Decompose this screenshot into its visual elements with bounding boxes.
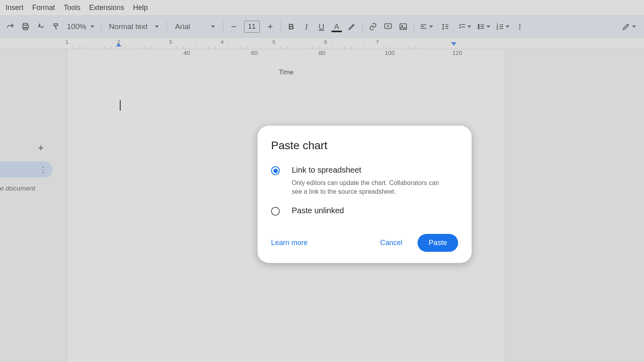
option-link-label: Link to spreadsheet [292, 165, 451, 175]
paste-chart-dialog: Paste chart Link to spreadsheet Only edi… [258, 126, 472, 263]
paste-button[interactable]: Paste [418, 234, 458, 252]
dialog-title: Paste chart [271, 139, 458, 152]
option-link-to-spreadsheet[interactable]: Link to spreadsheet Only editors can upd… [271, 165, 458, 197]
dialog-actions: Learn more Cancel Paste [271, 234, 458, 252]
option-paste-unlinked[interactable]: Paste unlinked [271, 206, 458, 216]
radio-unselected-icon[interactable] [271, 207, 280, 216]
cancel-button[interactable]: Cancel [375, 235, 408, 251]
radio-selected-icon[interactable] [271, 166, 280, 175]
option-link-description: Only editors can update the chart. Colla… [292, 179, 451, 197]
learn-more-link[interactable]: Learn more [271, 239, 308, 247]
option-unlinked-label: Paste unlinked [292, 206, 344, 215]
